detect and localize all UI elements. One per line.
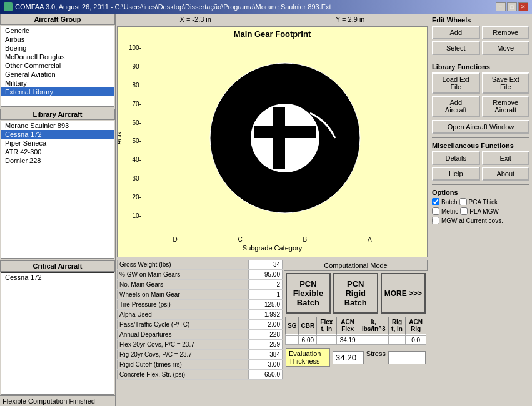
svg-rect-4 <box>254 126 316 138</box>
subgrade-label: Subgrade Category <box>118 244 427 253</box>
data-row-flex20: Flex 20yr Covs, P/C = 23.7 259 <box>117 340 283 350</box>
status-bar: Flexible Computation Finished <box>0 395 115 406</box>
right-panel: Edit Wheels Add Remove Select Move Libra… <box>429 14 532 406</box>
mgw-checkbox[interactable] <box>432 217 439 224</box>
pcn-rigid-button[interactable]: PCN RigidBatch <box>333 273 378 314</box>
library-aircraft-list[interactable]: Morane Saulnier 893 Cessna 172 Piper Sen… <box>1 121 114 259</box>
x-coord: X = -2.3 in <box>179 16 211 23</box>
data-row-departures: Annual Departures 228 <box>117 330 283 340</box>
pla-mgw-label: PLA MGW <box>469 208 499 215</box>
divider-2 <box>432 137 529 138</box>
options-label: Options <box>432 189 529 196</box>
misc-buttons-1: Details Exit <box>432 151 529 165</box>
library-buttons-2: AddAircraft RemoveAircraft <box>432 96 529 117</box>
data-row-concrete: Concrete Flex. Str. (psi) 650.0 <box>117 370 283 380</box>
title-bar-left: COMFAA 3.0, August 26, 2011 - C:\Users\i… <box>4 2 331 11</box>
library-functions-label: Library Functions <box>432 63 529 71</box>
aircraft-group-list[interactable]: Generic Airbus Boeing McDonnell Douglas … <box>1 26 114 107</box>
more-button[interactable]: MORE >>> <box>381 273 426 314</box>
save-ext-file-button[interactable]: Save ExtFile <box>482 72 530 94</box>
chart-title: Main Gear Footprint <box>118 27 427 41</box>
group-other-commercial[interactable]: Other Commercial <box>1 61 114 70</box>
group-mcdonnell[interactable]: McDonnell Douglas <box>1 52 114 61</box>
data-table: Gross Weight (lbs) 34 % GW on Main Gears… <box>117 260 283 405</box>
data-row-alpha: Alpha Used 1.992 <box>117 310 283 320</box>
stress-value[interactable] <box>388 351 426 364</box>
comp-mode-header: Computational Mode <box>284 260 428 271</box>
eval-bar: Evaluation Thickness = Stress = <box>286 348 426 367</box>
data-row-gw-main: % GW on Main Gears 95.00 <box>117 270 283 280</box>
group-external-library[interactable]: External Library <box>1 87 114 96</box>
group-generic[interactable]: Generic <box>1 26 114 35</box>
results-table: SG CBR Flex t, in ACN Flex k, lbs/in^3 R… <box>285 317 426 345</box>
gear-footprint-svg <box>204 57 366 219</box>
metric-checkbox-row: Metric PLA MGW <box>432 207 529 215</box>
aircraft-morane[interactable]: Morane Saulnier 893 <box>1 121 114 130</box>
pcn-flexible-button[interactable]: PCN FlexibleBatch <box>286 273 331 314</box>
exit-button[interactable]: Exit <box>482 151 530 165</box>
help-button[interactable]: Help <box>432 167 480 181</box>
misc-functions-label: Miscellaneous Functions <box>432 142 529 149</box>
computation-section: Computational Mode PCN FlexibleBatch PCN… <box>284 260 428 405</box>
select-move-buttons: Select Move <box>432 41 529 55</box>
batch-checkbox[interactable] <box>432 198 439 205</box>
critical-aircraft-list[interactable]: Cessna 172 <box>1 272 114 395</box>
close-button[interactable]: ✕ <box>518 2 528 11</box>
data-row-wheels: Wheels on Main Gear 1 <box>117 290 283 300</box>
pca-thick-checkbox[interactable] <box>459 198 467 205</box>
app-icon <box>4 2 13 11</box>
aircraft-piper[interactable]: Piper Seneca <box>1 139 114 147</box>
group-general-aviation[interactable]: General Aviation <box>1 70 114 79</box>
aircraft-atr[interactable]: ATR 42-300 <box>1 147 114 156</box>
open-aircraft-window-button[interactable]: Open Aircraft Window <box>432 120 529 134</box>
aircraft-dornier[interactable]: Dornier 228 <box>1 156 114 165</box>
results-table-container: SG CBR Flex t, in ACN Flex k, lbs/in^3 R… <box>285 317 426 345</box>
title-bar: COMFAA 3.0, August 26, 2011 - C:\Users\i… <box>0 0 532 14</box>
col-acn-flex: ACN Flex <box>336 317 359 334</box>
eval-thickness-label: Evaluation Thickness = <box>286 348 330 367</box>
add-button[interactable]: Add <box>432 26 480 39</box>
load-ext-file-button[interactable]: Load ExtFile <box>432 72 480 94</box>
misc-buttons-2: Help About <box>432 167 529 181</box>
status-text: Flexible Computation Finished <box>3 397 95 405</box>
about-button[interactable]: About <box>482 167 530 181</box>
title-bar-controls[interactable]: − □ ✕ <box>496 2 528 11</box>
bottom-section: Critical Aircraft Cessna 172 <box>0 259 115 396</box>
col-flex-t: Flex t, in <box>317 317 336 334</box>
divider-1 <box>432 59 529 59</box>
critical-aircraft-header: Critical Aircraft <box>0 260 115 272</box>
aircraft-cessna172[interactable]: Cessna 172 <box>1 130 114 139</box>
pca-thick-label: PCA Thick <box>469 199 498 205</box>
title-bar-text: COMFAA 3.0, August 26, 2011 - C:\Users\i… <box>15 3 331 11</box>
add-aircraft-button[interactable]: AddAircraft <box>432 96 480 117</box>
remove-button[interactable]: Remove <box>482 26 530 39</box>
data-row-rig20: Rig 20yr Covs, P/C = 23.7 384 <box>117 350 283 360</box>
select-button[interactable]: Select <box>432 41 480 55</box>
table-row: 6.00 34.19 0.0 <box>286 336 426 345</box>
data-row-rigid-cutoff: Rigid Cutoff (times rrs) 3.00 <box>117 360 283 370</box>
remove-aircraft-button[interactable]: RemoveAircraft <box>482 96 530 117</box>
edit-wheels-label: Edit Wheels <box>432 16 529 24</box>
metric-checkbox[interactable] <box>432 207 439 215</box>
col-rig-t: Rig t, in <box>388 317 406 334</box>
data-row-gross-weight: Gross Weight (lbs) 34 <box>117 260 283 270</box>
col-k: k, lbs/in^3 <box>359 317 388 334</box>
chart-area: Main Gear Footprint ACN 100- 90- 80- 70-… <box>117 26 428 257</box>
comp-buttons: PCN FlexibleBatch PCN RigidBatch MORE >>… <box>286 273 426 314</box>
mgw-label: MGW at Current covs. <box>441 217 503 224</box>
data-row-pass: Pass/Traffic Cycle (P/TC) 2.00 <box>117 320 283 330</box>
group-military[interactable]: Military <box>1 79 114 87</box>
col-acn-rig: ACN Rig <box>406 317 426 334</box>
details-button[interactable]: Details <box>432 151 480 165</box>
stress-label: Stress = <box>366 350 386 365</box>
coord-bar: X = -2.3 in Y = 2.9 in <box>116 14 429 25</box>
move-button[interactable]: Move <box>482 41 530 55</box>
group-airbus[interactable]: Airbus <box>1 35 114 44</box>
y-coord: Y = 2.9 in <box>336 16 365 23</box>
eval-thickness-value[interactable] <box>333 351 364 364</box>
group-boeing[interactable]: Boeing <box>1 44 114 52</box>
minimize-button[interactable]: − <box>496 2 506 11</box>
critical-cessna172[interactable]: Cessna 172 <box>1 273 114 282</box>
maximize-button[interactable]: □ <box>507 2 517 11</box>
pla-mgw-checkbox[interactable] <box>460 207 468 215</box>
